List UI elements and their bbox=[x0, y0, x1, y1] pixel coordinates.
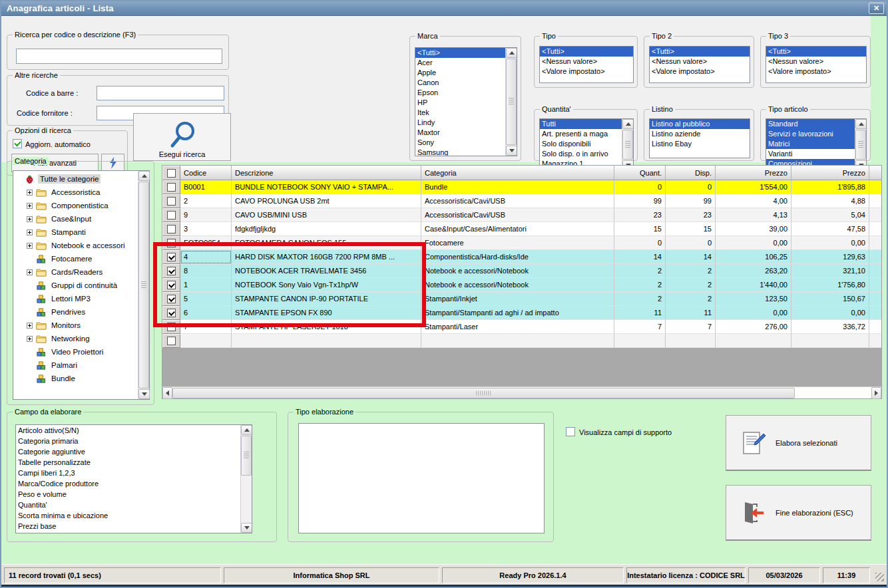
tipo2-option[interactable]: <Nessun valore> bbox=[650, 57, 750, 67]
scroll-down-icon[interactable] bbox=[506, 146, 517, 156]
scroll-up-icon[interactable] bbox=[506, 48, 517, 58]
scroll-up-icon[interactable] bbox=[241, 425, 252, 435]
tipo-elaborazione-listbox[interactable] bbox=[298, 423, 545, 533]
tree-expander-icon[interactable] bbox=[27, 243, 33, 249]
tree-item[interactable]: Tutte le categorie bbox=[13, 172, 138, 186]
marca-option[interactable]: <Tutti> bbox=[415, 48, 505, 58]
marca-option[interactable]: Maxtor bbox=[415, 128, 505, 138]
listino-option[interactable]: Listino aziende bbox=[650, 129, 750, 139]
table-row[interactable]: 1 NOTEBOOK Sony Vaio Vgn-Tx1hp/W Noteboo… bbox=[162, 278, 881, 292]
header-disp[interactable]: Disp. bbox=[666, 166, 716, 180]
marca-option[interactable]: Sony bbox=[415, 138, 505, 148]
tree-item[interactable]: Cards/Readers bbox=[13, 265, 138, 279]
campo-option[interactable]: Articolo attivo(S/N) bbox=[16, 425, 240, 436]
tree-item[interactable]: Lettori MP3 bbox=[13, 292, 138, 305]
row-checkbox[interactable] bbox=[162, 236, 180, 250]
resize-grip[interactable] bbox=[875, 573, 884, 581]
marca-option[interactable]: Epson bbox=[415, 88, 505, 98]
row-checkbox[interactable] bbox=[162, 222, 180, 236]
table-row[interactable]: 3 fdgkdfjgljkdg Case&Input/Cases/Aliment… bbox=[162, 222, 881, 236]
row-checkbox[interactable] bbox=[162, 292, 180, 306]
tree-expander-icon[interactable] bbox=[27, 216, 33, 222]
tree-item[interactable]: Fotocamere bbox=[13, 252, 138, 265]
tipo3-option[interactable]: <Valore impostato> bbox=[766, 67, 866, 76]
categoria-scrollbar[interactable] bbox=[138, 171, 149, 399]
row-checkbox[interactable] bbox=[162, 334, 180, 348]
tree-item[interactable]: Monitors bbox=[13, 319, 138, 332]
listino-option[interactable]: Listino Ebay bbox=[650, 139, 750, 149]
tipo-articolo-option[interactable]: Servizi e lavorazioni bbox=[766, 129, 855, 139]
marca-option[interactable]: HP bbox=[415, 98, 505, 108]
tipo-option[interactable]: <Valore impostato> bbox=[540, 67, 633, 76]
campo-option[interactable]: Campi liberi 1,2,3 bbox=[16, 468, 240, 478]
quantita-option[interactable]: Solo disponibili bbox=[540, 139, 622, 149]
header-quant[interactable]: Quant. bbox=[614, 166, 666, 180]
campo-option[interactable]: Prezzi base bbox=[16, 521, 240, 531]
close-button[interactable]: ✕ bbox=[869, 3, 884, 14]
table-row[interactable]: 2 CAVO PROLUNGA USB 2mt Accessoristica/C… bbox=[162, 194, 881, 208]
tipo-articolo-scrollbar[interactable] bbox=[855, 119, 866, 170]
barcode-input[interactable] bbox=[97, 86, 224, 100]
scroll-down-icon[interactable] bbox=[138, 389, 150, 399]
row-checkbox[interactable] bbox=[162, 278, 180, 292]
support-fields-checkbox[interactable] bbox=[566, 427, 575, 436]
execute-search-button[interactable]: Esegui ricerca bbox=[133, 113, 231, 161]
header-categoria[interactable]: Categoria bbox=[421, 166, 614, 180]
search-input[interactable] bbox=[16, 49, 222, 64]
table-row[interactable]: 5 STAMPANTE CANON IP-90 PORTATILE Stampa… bbox=[162, 292, 881, 306]
tree-item[interactable]: Networking bbox=[13, 332, 138, 345]
tree-expander-icon[interactable] bbox=[27, 190, 33, 196]
marca-scrollbar[interactable] bbox=[505, 48, 517, 156]
tipo2-option[interactable]: <Tutti> bbox=[650, 47, 750, 57]
campo-option[interactable]: Scorta minima e ubicazione bbox=[16, 510, 240, 521]
tree-item[interactable]: Componentistica bbox=[13, 199, 138, 212]
scroll-down-icon[interactable] bbox=[241, 523, 252, 533]
scroll-left-icon[interactable] bbox=[162, 387, 172, 399]
quantita-option[interactable]: Tutti bbox=[540, 119, 622, 129]
tree-expander-icon[interactable] bbox=[27, 323, 33, 329]
campo-option[interactable]: Categoria primaria bbox=[16, 436, 240, 446]
campo-option[interactable]: Quantita' bbox=[16, 500, 240, 510]
header-prezzo-2[interactable]: Prezzo bbox=[791, 166, 869, 180]
table-h-scrollbar[interactable] bbox=[162, 386, 881, 398]
tipo-option[interactable]: <Nessun valore> bbox=[540, 57, 633, 67]
marca-option[interactable]: Lindy bbox=[415, 118, 505, 128]
table-row[interactable]: FOTO0054 FOTOCAMERA CANON EOS 155 Fotoca… bbox=[162, 236, 881, 250]
scroll-up-icon[interactable] bbox=[138, 171, 150, 181]
tree-item[interactable]: Pendrives bbox=[13, 305, 138, 319]
tree-item[interactable]: Gruppi di continuità bbox=[13, 279, 138, 292]
tipo-articolo-option[interactable]: Matrici bbox=[766, 139, 855, 149]
campo-option[interactable]: Marca/Codice produttore bbox=[16, 478, 240, 489]
table-row[interactable]: 8 NOTEBOOK ACER TRAVELMATE 3456 Notebook… bbox=[162, 264, 881, 278]
listino-option[interactable]: Listino al pubblico bbox=[650, 119, 750, 129]
campo-option[interactable]: Tabelle personalizzate bbox=[16, 457, 240, 468]
tree-expander-icon[interactable] bbox=[27, 336, 33, 342]
marca-option[interactable]: Canon bbox=[415, 78, 505, 88]
marca-option[interactable]: Itek bbox=[415, 108, 505, 118]
tree-item[interactable]: Notebook e accessori bbox=[13, 239, 138, 252]
tipo-option[interactable]: <Tutti> bbox=[540, 47, 633, 57]
table-row[interactable]: 9 CAVO USB/MINI USB Accessoristica/Cavi/… bbox=[162, 208, 881, 222]
tree-item[interactable]: Stampanti bbox=[13, 225, 138, 239]
campo-option[interactable]: Categorie aggiuntive bbox=[16, 446, 240, 457]
title-bar[interactable]: Anagrafica articoli - Lista ✕ bbox=[1, 1, 887, 16]
row-checkbox[interactable] bbox=[162, 320, 180, 334]
marca-option[interactable]: Apple bbox=[415, 68, 505, 78]
row-checkbox[interactable] bbox=[162, 264, 180, 278]
tipo3-option[interactable]: <Nessun valore> bbox=[766, 57, 866, 67]
select-all-checkbox[interactable] bbox=[162, 166, 180, 180]
tree-item[interactable]: Bundle bbox=[13, 372, 138, 385]
table-row[interactable]: B0001 BUNDLE NOTEBOOK SONY VAIO + STAMPA… bbox=[162, 180, 881, 194]
table-row[interactable]: 6 STAMPANTE EPSON FX 890 Stampanti/Stamp… bbox=[162, 306, 881, 320]
scroll-right-icon[interactable] bbox=[871, 387, 881, 399]
tipo3-option[interactable]: <Tutti> bbox=[766, 47, 866, 57]
marca-option[interactable]: Acer bbox=[415, 58, 505, 68]
row-checkbox[interactable] bbox=[162, 306, 180, 320]
table-row[interactable]: 4 HARD DISK MAXTOR 160GB 7200 RPM 8MB ..… bbox=[162, 250, 881, 264]
row-checkbox[interactable] bbox=[162, 208, 180, 222]
scroll-up-icon[interactable] bbox=[622, 119, 634, 129]
quantita-option[interactable]: Art. presenti a maga bbox=[540, 129, 622, 139]
quantita-scrollbar[interactable] bbox=[622, 119, 633, 170]
header-codice[interactable]: Codice bbox=[180, 166, 232, 180]
marca-option[interactable]: Samsung bbox=[415, 148, 505, 156]
